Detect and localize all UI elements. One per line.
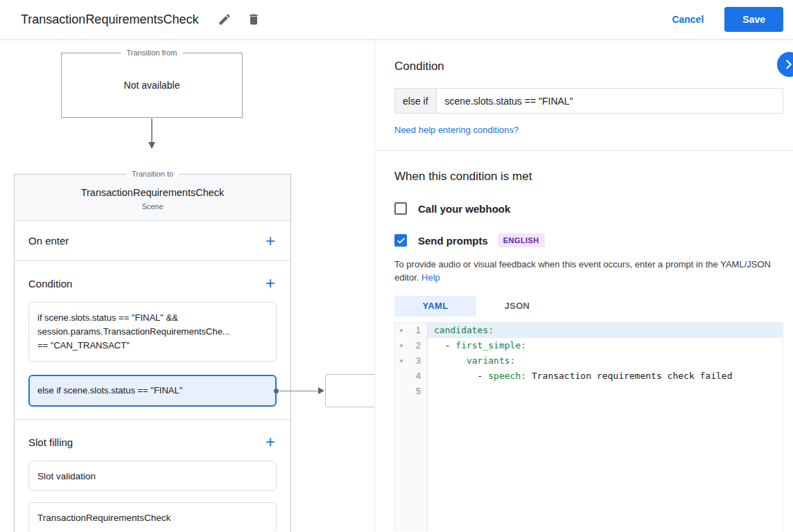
add-on-enter-button[interactable]: + xyxy=(264,233,277,249)
gutter-line-number: ▼2 xyxy=(395,338,427,353)
code-line[interactable]: candidates: xyxy=(428,323,783,338)
condition-text-line: session.params.TransactionRequirementsCh… xyxy=(37,325,268,339)
transition-to-label: Transition to xyxy=(126,170,179,178)
condition-expression-row: else if xyxy=(394,88,783,114)
yaml-code-editor[interactable]: ▼1▼2▼345 candidates: - first_simple: var… xyxy=(394,322,783,531)
chevron-right-icon xyxy=(781,57,793,72)
when-met-title: When this condition is met xyxy=(394,151,783,184)
call-webhook-checkbox[interactable] xyxy=(394,202,407,215)
webhook-row: Call your webhook xyxy=(394,202,783,215)
condition-section: Condition + if scene.slots.status == "FI… xyxy=(15,261,290,420)
transition-from-value: Not available xyxy=(62,53,242,117)
prompt-description: To provide audio or visual feedback when… xyxy=(394,258,783,285)
tab-yaml[interactable]: YAML xyxy=(394,296,476,317)
code-line[interactable]: - first_simple: xyxy=(428,338,783,353)
pencil-icon xyxy=(218,12,232,26)
add-slot-button[interactable]: + xyxy=(264,434,277,450)
editor-gutter: ▼1▼2▼345 xyxy=(395,323,428,531)
gutter-line-number: 4 xyxy=(395,369,427,384)
editor-format-tabs: YAML JSON xyxy=(394,296,783,317)
gutter-line-number: ▼3 xyxy=(395,353,427,369)
connector-dot xyxy=(274,389,279,393)
transition-target-node[interactable] xyxy=(325,374,374,407)
tab-json[interactable]: JSON xyxy=(476,296,558,317)
scene-card-header: TransactionRequirementsCheck Scene xyxy=(15,175,290,221)
condition-item[interactable]: if scene.slots.status == "FINAL" && sess… xyxy=(28,302,277,362)
slot-filling-section: Slot filling + Slot validation Transacti… xyxy=(15,420,290,532)
gutter-line-number: 5 xyxy=(395,384,427,399)
language-badge: ENGLISH xyxy=(498,233,545,247)
slot-item[interactable]: TransactionRequirementsCheck xyxy=(28,502,277,532)
condition-text-line: else if scene.slots.status == "FINAL" xyxy=(37,384,268,398)
condition-section-label: Condition xyxy=(28,278,72,290)
condition-prefix-label: else if xyxy=(394,88,437,114)
condition-text-line: if scene.slots.status == "FINAL" && xyxy=(37,311,268,325)
code-line[interactable]: variants: xyxy=(428,353,783,369)
save-button[interactable]: Save xyxy=(724,7,783,32)
prompt-help-link[interactable]: Help xyxy=(421,272,440,283)
send-prompts-row: Send prompts ENGLISH xyxy=(394,233,783,247)
slot-item[interactable]: Slot validation xyxy=(28,461,277,491)
fold-arrow-icon[interactable]: ▼ xyxy=(399,357,404,364)
page-title: TransactionRequirementsCheck xyxy=(21,12,198,27)
cancel-button[interactable]: Cancel xyxy=(672,14,704,25)
slot-filling-label: Slot filling xyxy=(28,436,73,448)
editor-code[interactable]: candidates: - first_simple: variants: - … xyxy=(428,323,783,531)
transition-arrow-icon xyxy=(146,118,157,150)
condition-expression-input[interactable] xyxy=(437,88,783,114)
condition-text-line: == "CAN_TRANSACT" xyxy=(37,339,268,353)
code-line[interactable] xyxy=(428,384,783,399)
send-prompts-checkbox[interactable] xyxy=(394,234,407,247)
transition-from-label: Transition from xyxy=(121,48,183,57)
code-line[interactable]: - speech: Transaction requirements check… xyxy=(428,369,783,384)
condition-item-selected[interactable]: else if scene.slots.status == "FINAL" xyxy=(28,375,277,407)
connector-line xyxy=(279,391,320,391)
fold-arrow-icon[interactable]: ▼ xyxy=(399,327,404,333)
conditions-help-link[interactable]: Need help entering conditions? xyxy=(394,125,518,135)
gutter-line-number: ▼1 xyxy=(395,323,427,338)
send-prompts-label: Send prompts xyxy=(418,235,488,247)
scene-name: TransactionRequirementsCheck xyxy=(23,187,282,198)
trash-icon xyxy=(247,12,261,26)
transition-from-node[interactable]: Transition from Not available xyxy=(61,53,243,118)
call-webhook-label: Call your webhook xyxy=(418,203,510,215)
prompt-description-text: To provide audio or visual feedback when… xyxy=(394,259,771,283)
scene-card[interactable]: Transition to TransactionRequirementsChe… xyxy=(14,174,291,532)
condition-editor-panel: Condition else if Need help entering con… xyxy=(374,39,793,532)
scene-graph-canvas: Transition from Not available Transition… xyxy=(0,39,374,532)
add-condition-button[interactable]: + xyxy=(264,275,277,292)
app-header: TransactionRequirementsCheck Cancel Save xyxy=(0,0,793,39)
panel-title: Condition xyxy=(394,39,783,73)
delete-scene-button[interactable] xyxy=(243,8,265,30)
on-enter-section: On enter + xyxy=(15,221,290,261)
edit-title-button[interactable] xyxy=(214,8,236,30)
scene-type-label: Scene xyxy=(23,202,282,211)
connector-arrow-icon xyxy=(318,387,324,394)
on-enter-label: On enter xyxy=(28,235,69,247)
fold-arrow-icon[interactable]: ▼ xyxy=(399,342,404,348)
